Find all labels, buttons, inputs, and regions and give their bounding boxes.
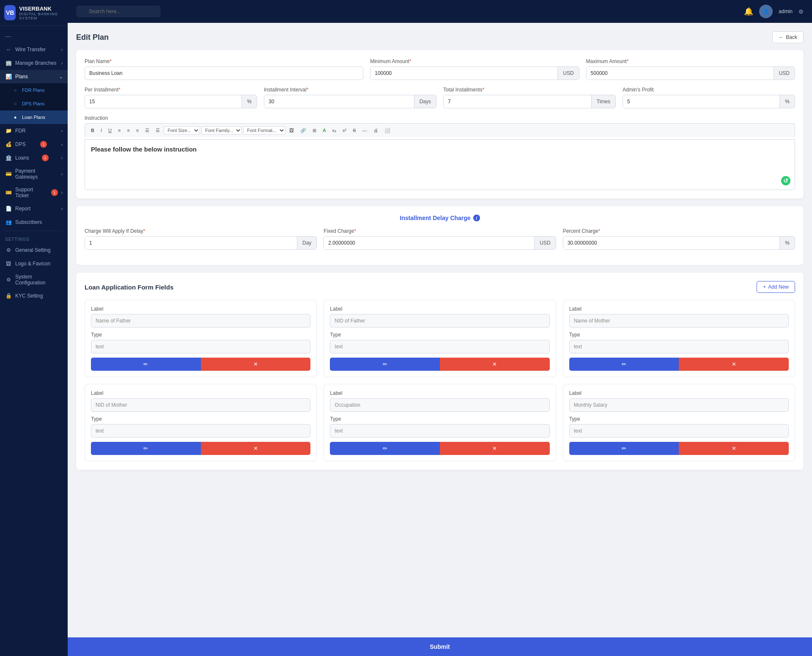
wire-transfer-icon: ↔	[5, 46, 12, 53]
delete-field-6-button[interactable]: ✕	[679, 442, 789, 455]
edit-field-6-button[interactable]: ✏	[569, 442, 679, 455]
submit-button[interactable]: Submit	[74, 643, 806, 650]
sidebar-item-subscribers[interactable]: 👥 Subscribers	[0, 215, 68, 229]
add-new-button[interactable]: + Add New	[757, 281, 795, 293]
sidebar-item-fdr[interactable]: 📁 FDR ›	[0, 124, 68, 138]
edit-field-1-button[interactable]: ✏	[91, 358, 201, 371]
sidebar-item-label: Logo & Favicon	[15, 261, 50, 267]
expand-icon[interactable]: ↺	[781, 176, 790, 185]
edit-field-2-button[interactable]: ✏	[330, 358, 440, 371]
submit-bar: Submit	[68, 637, 812, 656]
font-format-select[interactable]: Font Format...	[243, 126, 285, 135]
delete-field-2-button[interactable]: ✕	[440, 358, 550, 371]
sidebar-item-dps-plans[interactable]: ○ DPS Plans	[0, 97, 68, 110]
subscript-button[interactable]: x₂	[330, 127, 339, 135]
sidebar-item-label: System Configuration	[15, 274, 63, 286]
per-installment-wrap: %	[85, 95, 257, 108]
back-button[interactable]: ← Back	[772, 31, 804, 43]
sidebar-item-kyc-setting[interactable]: 🔒 KYC Setting	[0, 289, 68, 303]
sidebar-item-label: DPS Plans	[22, 101, 44, 106]
search-input[interactable]	[76, 6, 161, 17]
color-button[interactable]: A	[320, 127, 328, 134]
align-right-button[interactable]: ≡	[134, 127, 141, 134]
print-button[interactable]: 🖨	[371, 127, 381, 134]
back-arrow-icon: ←	[779, 34, 784, 40]
charge-delay-input[interactable]	[85, 237, 297, 249]
fixed-charge-label: Fixed Charge*	[324, 228, 556, 234]
per-installment-unit: %	[241, 95, 257, 108]
installment-interval-input[interactable]	[264, 95, 414, 108]
delete-field-1-button[interactable]: ✕	[201, 358, 311, 371]
field-label-text-5: Label	[330, 390, 549, 396]
app-name: VISERBANK	[19, 6, 63, 12]
sidebar-item-payment-gateways[interactable]: 💳 Payment Gateways ›	[0, 165, 68, 183]
align-left-button[interactable]: ≡	[115, 127, 123, 134]
sidebar-item-label: Subscribers	[15, 219, 42, 225]
per-installment-input[interactable]	[85, 95, 241, 108]
sidebar-item-general-setting[interactable]: ⚙ General Setting	[0, 243, 68, 257]
align-center-button[interactable]: ≡	[124, 127, 132, 134]
sidebar-item-label: General Setting	[15, 247, 50, 253]
sidebar-item-system-configuration[interactable]: ⚙ System Configuration	[0, 270, 68, 289]
delay-charge-card: Installment Delay Charge i Charge Will A…	[76, 206, 804, 265]
edit-field-4-button[interactable]: ✏	[91, 442, 201, 455]
sidebar-item-manage-branches[interactable]: 🏢 Manage Branches ›	[0, 56, 68, 70]
sidebar-item-label: DPS	[15, 141, 26, 147]
sidebar-item-plans[interactable]: 📊 Plans ⌄	[0, 70, 68, 83]
plan-name-input[interactable]	[85, 66, 363, 80]
sidebar-item-fdr-plans[interactable]: ○ FDR Plans	[0, 83, 68, 97]
delete-field-4-button[interactable]: ✕	[201, 442, 311, 455]
hr-button[interactable]: —	[360, 127, 370, 134]
admins-profit-group: Admin's Profit %	[623, 87, 795, 108]
dps-badge: 1	[40, 141, 47, 148]
loan-field-3: Label Name of Mother Type text ✏ ✕	[563, 300, 795, 377]
strikethrough-button[interactable]: S	[350, 127, 358, 134]
sidebar-item-loan-plans[interactable]: ● Loan Plans	[0, 110, 68, 124]
report-icon: 📄	[5, 205, 12, 212]
superscript-button[interactable]: x²	[340, 127, 349, 134]
sidebar-item-logo-favicon[interactable]: 🖼 Logo & Favicon	[0, 257, 68, 270]
sidebar-nav: — ↔ Wire Transfer › 🏢 Manage Branches › …	[0, 26, 68, 656]
table-button[interactable]: ⊞	[310, 127, 319, 135]
logo: VB VISERBANK DIGITAL BANKING SYSTEM	[0, 0, 68, 26]
loan-field-6: Label Monthly Salary Type text ✏ ✕	[563, 384, 795, 461]
underline-button[interactable]: U	[106, 127, 114, 134]
font-family-select[interactable]: Font Family...	[201, 126, 242, 135]
admin-menu-icon[interactable]: ⚙	[798, 8, 804, 15]
field-label-text-2: Label	[330, 306, 549, 312]
sidebar-item-report[interactable]: 📄 Report ›	[0, 202, 68, 215]
min-amount-input[interactable]	[370, 67, 557, 80]
loans-badge: 1	[42, 154, 49, 161]
chevron-icon: ›	[61, 61, 63, 66]
image-toolbar-button[interactable]: 🖼	[287, 127, 296, 134]
loan-field-2: Label NID of Father Type text ✏ ✕	[324, 300, 556, 377]
edit-field-5-button[interactable]: ✏	[330, 442, 440, 455]
bold-button[interactable]: B	[88, 127, 97, 134]
field-type-1: text	[91, 340, 310, 353]
link-button[interactable]: 🔗	[298, 127, 309, 135]
delete-field-5-button[interactable]: ✕	[440, 442, 550, 455]
loans-icon: 🏦	[5, 154, 12, 161]
fixed-charge-input[interactable]	[324, 237, 534, 249]
page-header: Edit Plan ← Back	[76, 31, 804, 43]
delete-field-3-button[interactable]: ✕	[679, 358, 789, 371]
list-button[interactable]: ☰	[143, 127, 152, 135]
max-amount-input[interactable]	[587, 67, 774, 80]
instruction-editor[interactable]: Please follow the below instruction ↺	[85, 139, 795, 190]
admins-profit-input[interactable]	[623, 95, 779, 108]
percent-charge-input[interactable]	[563, 237, 780, 249]
chevron-icon: ›	[61, 207, 63, 211]
sidebar-item-loans[interactable]: 🏦 Loans 1 ›	[0, 151, 68, 165]
total-installments-input[interactable]	[444, 95, 591, 108]
ol-button[interactable]: ☰	[153, 127, 162, 135]
italic-button[interactable]: I	[98, 127, 104, 134]
edit-field-3-button[interactable]: ✏	[569, 358, 679, 371]
sidebar-item-dps[interactable]: 💰 DPS 1 ›	[0, 138, 68, 151]
sidebar-item-wire-transfer[interactable]: ↔ Wire Transfer ›	[0, 43, 68, 56]
font-size-select[interactable]: Font Size...	[164, 126, 200, 135]
notification-bell-icon[interactable]: 🔔	[744, 7, 753, 16]
field-type-3: text	[569, 340, 789, 353]
sidebar-item-support-ticket[interactable]: 🎫 Support Ticket 1 ›	[0, 183, 68, 202]
source-button[interactable]: ⬜	[382, 127, 393, 135]
plus-icon: +	[763, 284, 766, 290]
